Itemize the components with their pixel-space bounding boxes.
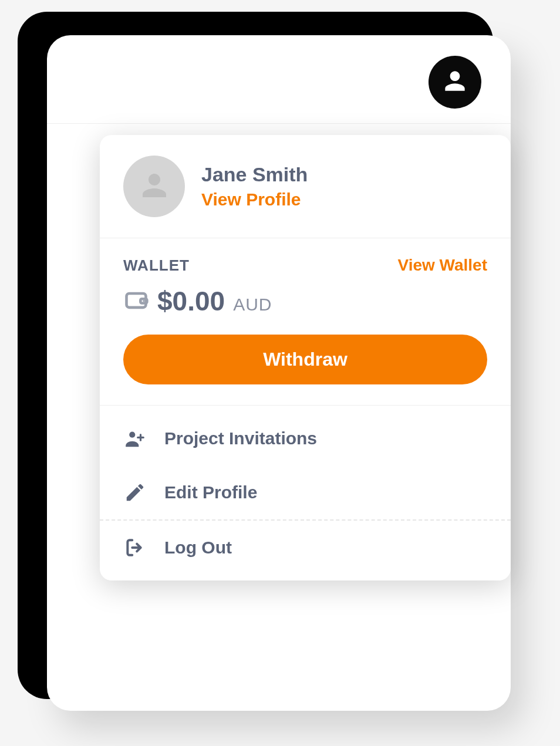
menu-item-log-out[interactable]: Log Out xyxy=(100,519,511,575)
profile-name: Jane Smith xyxy=(201,163,308,186)
menu-item-label: Edit Profile xyxy=(164,482,257,502)
svg-point-3 xyxy=(129,432,135,438)
main-card: Jane Smith View Profile WALLET View Wall… xyxy=(47,35,511,711)
balance-row: $0.00 AUD xyxy=(123,285,487,317)
profile-info: Jane Smith View Profile xyxy=(201,163,308,210)
balance-currency: AUD xyxy=(233,295,272,315)
svg-rect-0 xyxy=(127,293,146,308)
wallet-section: WALLET View Wallet $0.00 AUD Withdraw xyxy=(100,238,511,406)
svg-point-2 xyxy=(143,300,144,302)
profile-section: Jane Smith View Profile xyxy=(100,135,511,238)
avatar xyxy=(123,156,185,217)
balance-amount: $0.00 xyxy=(157,285,225,317)
profile-menu-trigger[interactable] xyxy=(429,56,481,109)
wallet-icon xyxy=(123,287,149,315)
view-wallet-link[interactable]: View Wallet xyxy=(398,256,488,275)
menu-section: Project Invitations Edit Profile Log Out xyxy=(100,406,511,580)
wallet-header: WALLET View Wallet xyxy=(123,256,487,275)
view-profile-link[interactable]: View Profile xyxy=(201,190,308,210)
person-placeholder-icon xyxy=(137,168,172,205)
wallet-section-label: WALLET xyxy=(123,256,190,275)
withdraw-button[interactable]: Withdraw xyxy=(123,335,487,384)
svg-rect-5 xyxy=(137,437,144,438)
logout-icon xyxy=(123,536,147,559)
menu-item-edit-profile[interactable]: Edit Profile xyxy=(100,465,511,519)
pencil-icon xyxy=(123,481,147,504)
menu-item-label: Project Invitations xyxy=(164,428,317,448)
menu-item-project-invitations[interactable]: Project Invitations xyxy=(100,411,511,465)
person-add-icon xyxy=(123,427,147,450)
person-icon xyxy=(440,66,470,98)
header-bar xyxy=(47,35,511,124)
profile-dropdown-panel: Jane Smith View Profile WALLET View Wall… xyxy=(100,135,511,580)
menu-item-label: Log Out xyxy=(164,538,232,558)
